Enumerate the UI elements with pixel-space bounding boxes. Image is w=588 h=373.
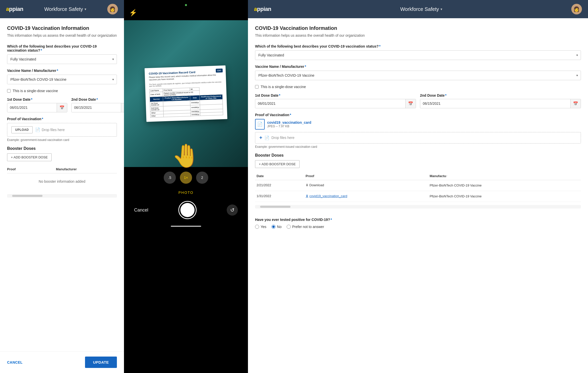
add-booster-button-left[interactable]: + ADD BOOSTER DOSE [7, 153, 52, 161]
brand-left: appian [6, 6, 23, 12]
dose1-calendar-icon-right[interactable]: 📅 [405, 99, 416, 108]
right-header: appian Workforce Safety ▾ 👩 [248, 0, 588, 18]
vaccination-status-label-right: Which of the following best describes yo… [255, 44, 581, 48]
booster-proof-1: ⬇ Download [304, 180, 428, 191]
radio-yes[interactable]: Yes [255, 225, 266, 229]
left-panel: appian Workforce Safety ▾ 👩 COVID-19 Vac… [0, 0, 124, 373]
flip-camera-button[interactable]: ↺ [227, 204, 238, 216]
radio-no-input[interactable] [271, 225, 276, 229]
booster-section-right: Booster Doses + ADD BOOSTER DOSE Date Pr… [255, 153, 581, 209]
brand-right: appian [254, 6, 271, 12]
field-hint-right: Example: government-issued vaccination c… [255, 145, 581, 149]
shutter-button[interactable] [178, 201, 197, 219]
title-caret-left: ▾ [85, 7, 86, 11]
covid-test-section: Have you ever tested positive for COVID-… [255, 214, 581, 229]
cancel-button-left[interactable]: CANCEL [7, 360, 23, 364]
vaccination-status-select-right[interactable]: Fully Vaccinated Partially Vaccinated No… [255, 50, 581, 60]
single-dose-label-left: This is a single-dose vaccine [13, 89, 58, 93]
vax-card-table: Last NameFirst NameMI Date of birthPatie… [149, 87, 223, 118]
user-avatar-left[interactable]: 👩 [107, 4, 118, 14]
dose2-input-left[interactable] [72, 103, 121, 112]
col-proof-right: Proof [304, 172, 428, 180]
dose1-input-wrapper-left: 📅 [7, 103, 67, 112]
right-panel: appian Workforce Safety ▾ 👩 COVID-19 Vac… [248, 0, 588, 373]
single-dose-checkbox-left[interactable] [7, 89, 11, 93]
upload-area-left[interactable]: UPLOAD 📄 Drop files here [7, 123, 117, 137]
user-avatar-right[interactable]: 👩 [571, 4, 582, 14]
vax-card-subtitle: Please keep this record card, which incl… [149, 74, 222, 81]
flash-icon[interactable]: ⚡ [129, 9, 137, 17]
dose1-input-right[interactable] [255, 99, 405, 108]
app-title-left[interactable]: Workforce Safety ▾ [44, 6, 86, 12]
radio-prefer-input[interactable] [287, 225, 291, 229]
dose2-field-right: 2nd Dose Date* 📅 [420, 93, 581, 108]
scrollbar-left[interactable] [7, 194, 117, 198]
upload-area-right[interactable]: + 📄 Drop files here [255, 132, 581, 143]
booster-manufacturer-1: Pfizer-BioNTech COVID-19 Vaccine [428, 180, 581, 191]
single-dose-checkbox-right[interactable] [255, 85, 259, 89]
covid-question: Have you ever tested positive for COVID-… [255, 218, 581, 222]
right-form-content: COVID-19 Vaccination Information This in… [248, 18, 588, 373]
vaccine-name-label-right: Vaccine Name / Manufacturer* [255, 65, 581, 69]
booster-title-right: Booster Doses [255, 153, 581, 158]
scrollbar-right[interactable] [255, 205, 581, 209]
form-subtitle-left: This information helps us assess the ove… [7, 33, 117, 38]
dose1-label-left: 1st Dose Date* [7, 97, 67, 101]
vaccine-name-field-left: Vaccine Name / Manufacturer* Pfizer-BioN… [7, 69, 117, 84]
upload-file-icon-left: 📄 [35, 127, 40, 132]
dose2-calendar-icon-right[interactable]: 📅 [570, 99, 581, 108]
dose1-field-left: 1st Dose Date* 📅 [7, 97, 67, 112]
add-file-icon-right[interactable]: + [259, 135, 262, 141]
hand-silhouette: 🤚 [172, 144, 200, 167]
vaccination-status-field-right: Which of the following best describes yo… [255, 44, 581, 60]
photo-mode-label: PHOTO [178, 191, 194, 195]
dose1-calendar-icon-left[interactable]: 📅 [57, 103, 67, 112]
zoom-1x-button[interactable]: 1× [180, 172, 192, 184]
vax-card-preview: CDC COVID-19 Vaccination Record Card Ple… [144, 66, 227, 122]
proof-label-right: Proof of Vaccination* [255, 113, 581, 117]
radio-yes-input[interactable] [255, 225, 259, 229]
file-attachment-right: 📄 covid19_vaccination_card JPEG – 7.97 K… [255, 119, 581, 130]
booster-table-right: Date Proof Manufactur 2/21/2022 ⬇ Downlo… [255, 172, 581, 202]
dose2-input-right[interactable] [420, 99, 570, 108]
camera-controls: Cancel ↺ [124, 197, 248, 223]
single-dose-checkbox-row-right: This is a single-dose vaccine [255, 85, 581, 89]
title-caret-right: ▾ [440, 7, 442, 11]
vaccine-name-select-right[interactable]: Pfizer-BioNTech COVID-19 Vaccine Moderna… [255, 71, 581, 80]
update-button-left[interactable]: UPDATE [85, 357, 117, 368]
col-manufacturer-left: Manufacturer [56, 167, 117, 171]
booster-section-left: Booster Doses + ADD BOOSTER DOSE Proof M… [7, 146, 117, 190]
vaccination-status-select-wrapper-right: Fully Vaccinated Partially Vaccinated No… [255, 50, 581, 60]
drop-text-left: 📄 Drop files here [35, 127, 65, 132]
home-indicator [124, 223, 248, 229]
download-link-1[interactable]: ⬇ Download [306, 183, 427, 187]
add-booster-button-right[interactable]: + ADD BOOSTER DOSE [255, 160, 300, 168]
drop-text-right: Drop files here [271, 136, 295, 140]
upload-button-left[interactable]: UPLOAD [11, 126, 33, 133]
vax-card-subtitle-es: Por favor, guarde esta tarjeta de regist… [149, 81, 222, 87]
vaccine-name-field-right: Vaccine Name / Manufacturer* Pfizer-BioN… [255, 65, 581, 80]
table-row: 2/21/2022 ⬇ Download Pfizer-BioNTech COV… [255, 180, 581, 191]
dose1-input-wrapper-right: 📅 [255, 99, 416, 108]
middle-panel: ⚡ CDC COVID-19 Vaccination Record Card P… [124, 0, 248, 373]
scrollbar-thumb-right [260, 206, 290, 208]
form-subtitle-right: This information helps us assess the ove… [255, 33, 581, 38]
vaccine-name-select-left[interactable]: Pfizer-BioNTech COVID-19 Vaccine Moderna… [7, 75, 117, 84]
upload-icon-right: 📄 [264, 135, 269, 140]
radio-no[interactable]: No [271, 225, 282, 229]
cancel-camera-button[interactable]: Cancel [134, 208, 148, 213]
zoom-05-button[interactable]: .5 [164, 172, 176, 184]
file-icon-right: 📄 [255, 119, 265, 130]
file-name-right[interactable]: covid19_vaccination_card [267, 120, 311, 125]
dose2-calendar-icon-left[interactable]: 📅 [121, 103, 124, 112]
vaccine-name-select-wrapper-left: Pfizer-BioNTech COVID-19 Vaccine Moderna… [7, 75, 117, 84]
zoom-2x-button[interactable]: 2 [196, 172, 208, 184]
dose1-input-left[interactable] [7, 103, 57, 112]
radio-prefer-not[interactable]: Prefer not to answer [287, 225, 324, 229]
app-title-right[interactable]: Workforce Safety ▾ [400, 6, 442, 12]
vaccination-status-select-left[interactable]: Fully Vaccinated Partially Vaccinated No… [7, 54, 117, 64]
file-link-2[interactable]: ⬇ covid19_vaccination_card [306, 194, 427, 198]
zoom-controls: .5 1× 2 [124, 167, 248, 188]
dose-dates-right: 1st Dose Date* 📅 2nd Dose Date* 📅 [255, 93, 581, 108]
left-header: appian Workforce Safety ▾ 👩 [0, 0, 124, 18]
